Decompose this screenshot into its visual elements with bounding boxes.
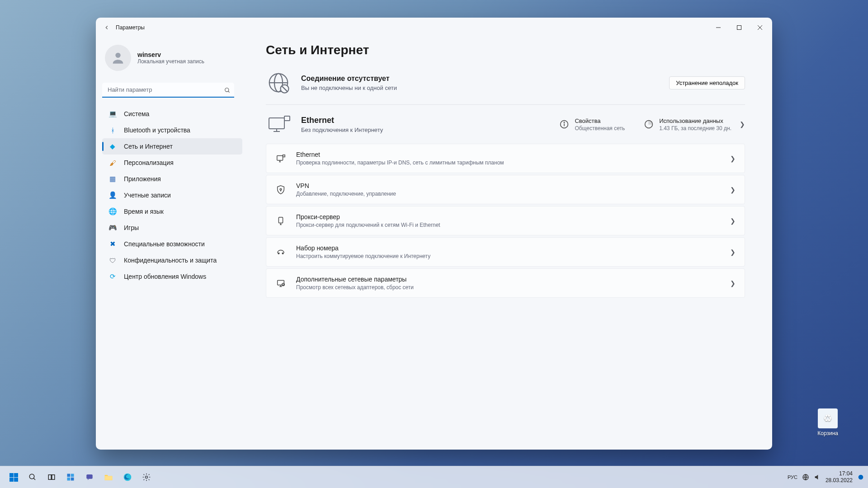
globe-offline-icon [266, 70, 291, 95]
sidebar-item-5[interactable]: 👤Учетные записи [102, 187, 242, 203]
nav-icon: 🖌 [108, 159, 117, 167]
windows-logo-icon [9, 473, 18, 482]
settings-taskbar-button[interactable] [137, 468, 156, 486]
setting-item-1[interactable]: VPNДобавление, подключение, управление❯ [266, 175, 745, 204]
network-tray-icon[interactable] [802, 474, 809, 481]
sidebar-item-10[interactable]: ⟳Центр обновления Windows [102, 268, 242, 285]
connection-status: Соединение отсутствует Вы не подключены … [266, 67, 745, 105]
svg-point-5 [225, 88, 229, 91]
edge-icon [123, 473, 132, 482]
nav-icon: ◆ [108, 142, 117, 150]
edge-button[interactable] [118, 468, 137, 486]
setting-title: Дополнительные сетевые параметры [296, 276, 414, 283]
setting-item-2[interactable]: Прокси-серверПрокси-сервер для подключен… [266, 206, 745, 235]
file-explorer-button[interactable] [99, 468, 118, 486]
recycle-bin-icon: ♻ [818, 408, 838, 428]
setting-title: Ethernet [296, 151, 504, 158]
taskbar-clock[interactable]: 17:04 28.03.2022 [826, 470, 853, 484]
volume-tray-icon[interactable] [814, 474, 821, 481]
window-title: Параметры [116, 24, 145, 31]
widgets-icon [66, 473, 75, 481]
profile-block[interactable]: winserv Локальная учетная запись [102, 38, 242, 81]
search-wrap [102, 83, 242, 98]
sidebar-item-4[interactable]: ▦Приложения [102, 171, 242, 187]
maximize-button[interactable] [729, 18, 750, 38]
monitor-ethernet-icon [266, 115, 292, 134]
folder-icon [104, 473, 113, 481]
taskbar-language[interactable]: РУС [788, 474, 797, 480]
setting-item-0[interactable]: EthernetПроверка подлинности, параметры … [266, 144, 745, 173]
svg-rect-31 [278, 280, 284, 285]
setting-sub: Добавление, подключение, управление [296, 191, 396, 197]
taskbar: РУС 17:04 28.03.2022 [0, 466, 868, 488]
minimize-button[interactable] [708, 18, 729, 38]
start-button[interactable] [5, 468, 23, 486]
sidebar-item-label: Персонализация [124, 159, 174, 166]
sidebar-item-0[interactable]: 💻Система [102, 106, 242, 122]
search-icon [224, 87, 231, 94]
sidebar-item-label: Bluetooth и устройства [124, 127, 190, 134]
settings-window: Параметры winserv Локальная учетная запи… [96, 18, 772, 450]
taskbar-date: 28.03.2022 [826, 477, 853, 484]
setting-sub: Просмотр всех сетевых адаптеров, сброс с… [296, 284, 414, 291]
sidebar-item-3[interactable]: 🖌Персонализация [102, 155, 242, 171]
setting-item-3[interactable]: Набор номераНастроить коммутируемое подк… [266, 237, 745, 267]
close-button[interactable] [750, 18, 770, 38]
svg-rect-26 [278, 217, 283, 223]
svg-rect-1 [737, 26, 741, 30]
svg-point-29 [278, 253, 279, 254]
datausage-card[interactable]: Использование данных 1.43 ГБ, за последн… [644, 117, 745, 131]
svg-line-6 [228, 91, 230, 92]
setting-title: Прокси-сервер [296, 213, 440, 221]
svg-rect-39 [67, 474, 71, 477]
notifications-tray-icon[interactable] [857, 474, 864, 481]
gear-icon [142, 473, 151, 482]
content-area: Сеть и Интернет Соединение отсутствует В… [249, 38, 772, 450]
svg-rect-20 [277, 155, 283, 160]
svg-point-18 [564, 122, 565, 122]
troubleshoot-button[interactable]: Устранение неполадок [669, 76, 745, 89]
recycle-bin-label: Корзина [817, 430, 838, 436]
search-input[interactable] [102, 83, 234, 98]
ethernet-icon [275, 153, 286, 164]
svg-rect-38 [52, 475, 55, 480]
chat-button[interactable] [80, 468, 99, 486]
widgets-button[interactable] [61, 468, 80, 486]
svg-point-30 [282, 253, 283, 254]
datausage-icon [644, 119, 654, 129]
sidebar-item-label: Приложения [124, 175, 161, 183]
setting-item-4[interactable]: Дополнительные сетевые параметрыПросмотр… [266, 268, 745, 298]
setting-sub: Проверка подлинности, параметры IP-и DNS… [296, 160, 504, 166]
sidebar-item-1[interactable]: ᚼBluetooth и устройства [102, 122, 242, 138]
shield-icon [275, 184, 286, 195]
recycle-bin[interactable]: ♻ Корзина [817, 408, 838, 436]
nav-icon: ⟳ [108, 272, 117, 281]
person-icon [110, 50, 126, 66]
settings-list: EthernetПроверка подлинности, параметры … [266, 144, 745, 298]
svg-rect-41 [67, 478, 71, 481]
sidebar-item-8[interactable]: ✖Специальные возможности [102, 236, 242, 252]
setting-sub: Настроить коммутируемое подключение к Ин… [296, 253, 430, 259]
sidebar-item-label: Специальные возможности [124, 240, 205, 248]
sidebar-item-7[interactable]: 🎮Игры [102, 220, 242, 236]
status-sub: Вы не подключены ни к одной сети [301, 84, 397, 91]
window-controls [708, 18, 770, 38]
taskbar-search-button[interactable] [24, 468, 42, 486]
sidebar-item-label: Учетные записи [124, 192, 171, 199]
close-icon [758, 25, 762, 30]
status-title: Соединение отсутствует [301, 75, 397, 83]
sidebar-item-6[interactable]: 🌐Время и язык [102, 203, 242, 220]
sidebar-item-9[interactable]: 🛡Конфиденциальность и защита [102, 252, 242, 268]
chevron-right-icon: ❯ [730, 186, 736, 193]
nav-icon: 🌐 [108, 207, 117, 216]
nav-icon: 💻 [108, 110, 117, 118]
back-button[interactable] [98, 24, 116, 31]
sidebar-item-2[interactable]: ◆Сеть и Интернет [102, 138, 242, 155]
properties-card[interactable]: Свойства Общественная сеть [559, 117, 625, 131]
ethernet-title: Ethernet [301, 116, 383, 125]
chevron-right-icon: ❯ [730, 249, 736, 256]
avatar [105, 45, 131, 71]
sidebar-item-label: Сеть и Интернет [124, 143, 173, 150]
task-view-button[interactable] [42, 468, 61, 486]
svg-point-48 [859, 475, 863, 480]
